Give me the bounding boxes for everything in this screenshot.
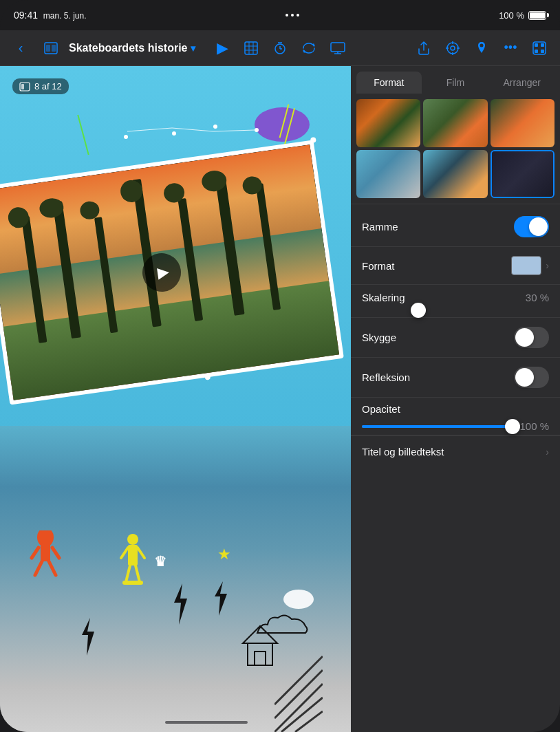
svg-marker-42: [174, 583, 187, 625]
svg-point-18: [451, 46, 455, 50]
format-row[interactable]: Format ›: [351, 247, 560, 285]
svg-point-17: [447, 43, 458, 54]
svg-rect-3: [245, 42, 257, 54]
svg-rect-14: [331, 43, 345, 52]
opacitet-value: 100 %: [519, 420, 549, 432]
video-frame: ▶: [0, 140, 344, 405]
document-title[interactable]: Skateboardets historie ▾: [69, 42, 195, 54]
svg-line-32: [52, 548, 59, 558]
thumbnail-5[interactable]: [423, 150, 487, 198]
tab-bar: Format Film Arranger: [351, 66, 560, 94]
svg-rect-55: [21, 84, 24, 89]
more-button[interactable]: •••: [498, 36, 523, 61]
right-panel: Format Film Arranger Ramme: [351, 66, 560, 732]
slides-panel-button[interactable]: [39, 36, 63, 61]
opacitet-track[interactable]: [362, 425, 513, 428]
svg-rect-27: [535, 50, 538, 53]
white-shape: [278, 582, 316, 610]
skalering-thumb[interactable]: [411, 303, 426, 318]
svg-line-39: [126, 566, 130, 582]
svg-line-50: [274, 670, 323, 718]
status-bar: 09:41 man. 5. jun. 100 %: [0, 0, 560, 30]
svg-marker-43: [215, 581, 227, 616]
title-chevron: ▾: [191, 43, 195, 54]
svg-point-45: [283, 590, 314, 609]
svg-point-23: [480, 43, 484, 47]
opacitet-thumb[interactable]: [505, 419, 520, 434]
video-frame-container[interactable]: ▶: [0, 140, 344, 405]
lightning-1: [169, 583, 193, 625]
thumbnail-3[interactable]: [491, 99, 554, 147]
lightning-2: [211, 581, 231, 616]
toolbar: ‹ Skateboardets historie ▾ ▶: [0, 30, 560, 66]
svg-line-37: [121, 548, 128, 558]
svg-rect-30: [41, 544, 50, 561]
svg-rect-1: [46, 45, 50, 52]
status-time: 09:41 man. 5. jun.: [14, 10, 87, 21]
loop-button[interactable]: [297, 36, 321, 61]
svg-line-33: [35, 561, 42, 575]
format-color-swatch[interactable]: [511, 256, 541, 275]
slide-badge-icon: [19, 82, 30, 92]
svg-rect-48: [255, 652, 266, 665]
pin-button[interactable]: [469, 36, 494, 61]
refleksion-toggle[interactable]: [514, 367, 549, 388]
format-label: Format: [362, 260, 511, 272]
svg-line-31: [32, 548, 39, 558]
back-button[interactable]: ‹: [8, 36, 33, 61]
skygge-label: Skygge: [362, 332, 514, 343]
animate-button[interactable]: [440, 36, 465, 61]
thumbnail-1[interactable]: [356, 99, 420, 147]
tab-arranger[interactable]: Arranger: [489, 72, 554, 94]
caption-chevron: ›: [546, 446, 549, 458]
hatch-stripes: [274, 649, 323, 732]
svg-line-38: [138, 548, 144, 558]
caption-row[interactable]: Titel og billedtekst ›: [351, 435, 560, 467]
tab-film[interactable]: Film: [423, 72, 488, 94]
orange-figure: [28, 530, 63, 579]
canvas-area[interactable]: ▶: [0, 66, 351, 732]
star-yellow: ★: [217, 546, 231, 563]
thumbnail-2[interactable]: [423, 99, 487, 147]
svg-marker-44: [82, 618, 94, 656]
share-button[interactable]: [411, 36, 436, 61]
svg-rect-25: [535, 43, 538, 47]
play-button[interactable]: ▶: [210, 36, 235, 61]
ramme-toggle[interactable]: [514, 216, 549, 237]
nav-button[interactable]: [527, 36, 552, 61]
svg-rect-41: [122, 581, 143, 585]
svg-line-49: [274, 684, 323, 732]
settings-section: Ramme Format › Skalering 30 % Skygge: [351, 204, 560, 732]
ramme-label: Ramme: [362, 221, 514, 233]
skygge-row: Skygge: [351, 318, 560, 358]
skalering-row: Skalering 30 %: [351, 285, 560, 318]
svg-line-53: [295, 711, 323, 732]
toolbar-center-controls: ▶: [210, 36, 350, 61]
thumbnail-6[interactable]: [491, 150, 554, 198]
svg-rect-26: [541, 43, 544, 47]
svg-line-51: [274, 656, 323, 704]
opacitet-label: Opacitet: [362, 403, 549, 415]
table-button[interactable]: [239, 36, 263, 61]
skygge-toggle[interactable]: [514, 327, 549, 348]
svg-rect-36: [128, 545, 138, 566]
tab-format[interactable]: Format: [356, 72, 422, 94]
thumbnail-4[interactable]: [356, 150, 420, 198]
crown-symbol: ♛: [154, 553, 166, 570]
present-button[interactable]: [325, 36, 350, 61]
timer-button[interactable]: [268, 36, 292, 61]
svg-rect-47: [248, 643, 272, 665]
refleksion-label: Refleksion: [362, 372, 514, 383]
svg-line-34: [49, 561, 56, 575]
battery-icon: [528, 11, 546, 20]
canvas-background: ▶: [0, 66, 351, 732]
svg-rect-2: [52, 45, 56, 52]
scroll-indicator: [165, 721, 248, 724]
svg-rect-28: [541, 50, 544, 53]
ramme-row: Ramme: [351, 207, 560, 247]
slide-badge-text: 8 af 12: [34, 81, 62, 92]
slide-badge: 8 af 12: [12, 78, 69, 94]
lightning-3: [77, 618, 99, 656]
svg-point-35: [127, 534, 138, 545]
cloud-sketch: [254, 612, 309, 640]
